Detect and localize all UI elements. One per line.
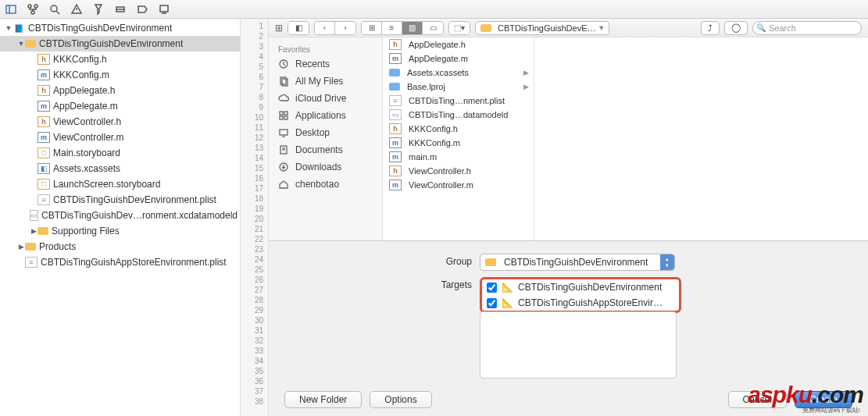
disclosure-icon[interactable]: ▼ bbox=[17, 40, 25, 48]
finder-sidebar[interactable]: Favorites RecentsAll My FilesiCloud Driv… bbox=[269, 37, 383, 240]
doc-icon bbox=[278, 144, 289, 155]
tree-row[interactable]: □LaunchScreen.storyboard bbox=[0, 176, 240, 192]
svg-point-2 bbox=[28, 5, 31, 8]
forward-button: › bbox=[335, 22, 355, 34]
m-icon: m bbox=[38, 132, 50, 143]
column-row[interactable]: mKKKConfig.m bbox=[383, 136, 534, 150]
tree-label: Supporting Files bbox=[52, 226, 120, 236]
arrange-seg[interactable]: ⬚▾ bbox=[448, 21, 470, 35]
plist-icon: ≡ bbox=[389, 95, 402, 106]
tree-row[interactable]: □Main.storyboard bbox=[0, 145, 240, 161]
tree-row[interactable]: hViewController.h bbox=[0, 114, 240, 130]
tree-row[interactable]: ≡CBTDisTingGuishAppStoreEnvironment.plis… bbox=[0, 254, 240, 270]
test-icon[interactable] bbox=[92, 3, 105, 16]
disclosure-icon[interactable]: ▶ bbox=[17, 243, 25, 251]
model-icon: ▭ bbox=[30, 210, 38, 221]
line-number-gutter: 1234567891011121314151617181920212223242… bbox=[241, 19, 269, 416]
tree-row[interactable]: hKKKConfig.h bbox=[0, 52, 240, 67]
favorite-home[interactable]: chenbotao bbox=[269, 176, 382, 193]
column-row[interactable]: mViewController.m bbox=[383, 178, 534, 192]
m-icon: m bbox=[38, 101, 50, 112]
column-row[interactable]: Assets.xcassets▶ bbox=[383, 66, 534, 80]
source-control-icon[interactable] bbox=[27, 3, 39, 16]
svg-rect-0 bbox=[6, 5, 16, 13]
tree-row[interactable]: mKKKConfig.m bbox=[0, 67, 240, 83]
clock-icon bbox=[278, 59, 289, 69]
target-row[interactable]: 📐CBTDisTingGuishAppStoreEnvir… bbox=[482, 295, 679, 311]
plist-icon: ≡ bbox=[38, 194, 50, 205]
target-row[interactable]: 📐CBTDisTingGuishDevEnvironment bbox=[482, 279, 679, 295]
tree-row[interactable]: ▼📘CBTDisTingGuishDevEnvironment bbox=[0, 20, 240, 36]
home-icon bbox=[278, 179, 289, 190]
path-control[interactable]: CBTDisTingGuishDevE… ▾ bbox=[475, 21, 609, 35]
tree-row[interactable]: mViewController.m bbox=[0, 130, 240, 145]
plist-icon: ≡ bbox=[25, 257, 38, 268]
tree-row[interactable]: ≡CBTDisTingGuishDevEnvironment.plist bbox=[0, 192, 240, 208]
tree-label: CBTDisTingGuishAppStoreEnvironment.plist bbox=[41, 257, 227, 268]
column-row[interactable]: ▭CBTDisTing…datamodeld bbox=[383, 108, 534, 122]
favorite-doc[interactable]: Documents bbox=[269, 141, 382, 158]
favorite-apps[interactable]: Applications bbox=[269, 107, 382, 124]
column-row[interactable]: ≡CBTDisTing…nment.plist bbox=[383, 94, 534, 108]
group-label: Group bbox=[284, 254, 472, 267]
column-row[interactable]: mAppDelegate.m bbox=[383, 52, 534, 66]
back-button: ‹ bbox=[315, 22, 335, 34]
stepper-icon[interactable]: ▴▾ bbox=[660, 254, 674, 270]
search-field[interactable]: Search bbox=[752, 21, 862, 35]
tree-row[interactable]: ◧Assets.xcassets bbox=[0, 161, 240, 176]
target-checkbox[interactable] bbox=[487, 298, 497, 308]
download-icon bbox=[278, 162, 289, 172]
tree-row[interactable]: ▶Products bbox=[0, 239, 240, 254]
folder-icon bbox=[480, 24, 491, 32]
tree-row[interactable]: ▶Supporting Files bbox=[0, 223, 240, 239]
report-icon[interactable] bbox=[158, 3, 170, 16]
column-row[interactable]: hKKKConfig.h bbox=[383, 122, 534, 136]
svg-point-4 bbox=[31, 11, 34, 14]
tree-label: CBTDisTingGuishDev…ronment.xcdatamodeld bbox=[41, 210, 238, 221]
finder-body: Favorites RecentsAll My FilesiCloud Driv… bbox=[269, 37, 868, 240]
target-checkbox[interactable] bbox=[487, 283, 497, 293]
tags-button[interactable]: ◯ bbox=[724, 21, 748, 35]
h-icon: h bbox=[38, 116, 50, 127]
favorite-clock[interactable]: Recents bbox=[269, 55, 382, 73]
targets-box: 📐CBTDisTingGuishDevEnvironment📐CBTDisTin… bbox=[480, 277, 681, 313]
breakpoint-icon[interactable] bbox=[136, 3, 148, 16]
m-icon: m bbox=[389, 53, 402, 64]
issue-icon[interactable] bbox=[70, 3, 83, 16]
column-row[interactable]: hAppDelegate.h bbox=[383, 37, 534, 52]
column-row[interactable]: hViewController.h bbox=[383, 164, 534, 178]
tree-label: CBTDisTingGuishDevEnvironment.plist bbox=[53, 194, 216, 205]
app-icon: 📐 bbox=[502, 297, 513, 308]
favorite-files[interactable]: All My Files bbox=[269, 73, 382, 90]
svg-rect-16 bbox=[280, 116, 283, 119]
favorite-download[interactable]: Downloads bbox=[269, 158, 382, 176]
favorite-cloud[interactable]: iCloud Drive bbox=[269, 90, 382, 107]
disclosure-icon[interactable]: ▶ bbox=[30, 227, 38, 235]
cloud-icon bbox=[278, 93, 289, 104]
targets-list-area[interactable] bbox=[480, 311, 677, 379]
search-icon[interactable] bbox=[48, 3, 61, 16]
favorite-desktop[interactable]: Desktop bbox=[269, 124, 382, 141]
grid-icon[interactable]: ⊞ bbox=[275, 23, 283, 34]
debug-icon[interactable] bbox=[114, 3, 127, 16]
finder-column[interactable]: hAppDelegate.hmAppDelegate.mAssets.xcass… bbox=[383, 37, 534, 240]
chevron-right-icon: ▶ bbox=[523, 83, 529, 91]
nav-seg[interactable]: ‹› bbox=[314, 21, 356, 35]
tree-row[interactable]: ▭CBTDisTingGuishDev…ronment.xcdatamodeld bbox=[0, 208, 240, 223]
project-navigator-icon[interactable] bbox=[5, 3, 17, 16]
tree-row[interactable]: hAppDelegate.h bbox=[0, 83, 240, 98]
disclosure-icon[interactable]: ▼ bbox=[5, 24, 13, 32]
h-icon: h bbox=[389, 39, 402, 50]
options-button[interactable]: Options bbox=[370, 391, 431, 408]
group-select[interactable]: CBTDisTingGuishDevEnvironment ▴▾ bbox=[480, 254, 675, 271]
share-button[interactable]: ⤴ bbox=[701, 21, 720, 35]
column-row[interactable]: Base.lproj▶ bbox=[383, 80, 534, 94]
folder-icon bbox=[25, 243, 36, 251]
tree-row[interactable]: mAppDelegate.m bbox=[0, 98, 240, 114]
view-mode-seg[interactable]: ⊞≡▥▭ bbox=[361, 21, 444, 35]
new-folder-button[interactable]: New Folder bbox=[284, 391, 362, 408]
project-navigator[interactable]: ▼📘CBTDisTingGuishDevEnvironment▼CBTDisTi… bbox=[0, 19, 241, 416]
sidebar-toggle-seg[interactable]: ◧ bbox=[288, 21, 309, 35]
column-row[interactable]: mmain.m bbox=[383, 150, 534, 164]
tree-row[interactable]: ▼CBTDisTingGuishDevEnvironment bbox=[0, 36, 240, 52]
